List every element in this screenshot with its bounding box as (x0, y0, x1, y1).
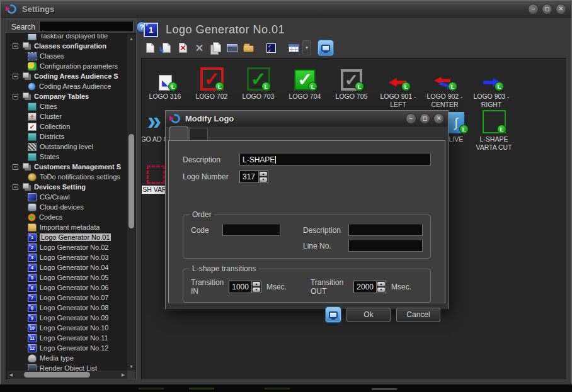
tree-item[interactable]: 1 Logo Generator No.01 (8, 232, 127, 242)
tree-item[interactable]: Classes (8, 51, 127, 61)
dialog-close-icon[interactable]: ✕ (433, 113, 444, 124)
properties-icon[interactable] (224, 40, 240, 55)
tree-item[interactable]: Classes configuration (8, 41, 127, 51)
order-description-field[interactable] (348, 224, 423, 236)
tree-collapse-icon[interactable] (13, 164, 18, 170)
tree-item[interactable]: Cloud-devices (8, 202, 127, 212)
tree-item[interactable]: 8 Logo Generator No.08 (8, 303, 127, 313)
modify-logo-dialog: Modify Logo – ◻ ✕ Description L-SHAPE Lo… (165, 110, 449, 310)
tree-item-icon (28, 203, 37, 211)
logo-item[interactable]: L LOGO 903 - RIGHT (468, 61, 515, 109)
tab[interactable] (189, 128, 208, 140)
spin-down-icon[interactable]: ▼ (260, 177, 267, 182)
tree-item[interactable]: 11 Logo Generator No.11 (8, 333, 127, 343)
tree-item[interactable]: Collection (8, 121, 127, 132)
cut-icon[interactable]: ✕ (192, 40, 207, 55)
tab[interactable] (169, 126, 188, 140)
tree-item[interactable]: Cities (8, 101, 127, 111)
tree-item[interactable]: Devices Setting (8, 182, 127, 192)
spin-up-icon[interactable]: ▲ (260, 172, 267, 176)
tree-item[interactable]: 3 Logo Generator No.03 (8, 252, 127, 262)
spin-up-icon[interactable]: ▲ (253, 282, 260, 286)
dialog-body: Description L-SHAPE Logo Number 317 ▲ ▼ … (168, 140, 445, 303)
import-document-icon[interactable] (159, 40, 174, 55)
tree-collapse-icon[interactable] (13, 43, 18, 49)
line-no-field[interactable] (348, 240, 423, 252)
grid-view-icon[interactable] (286, 40, 302, 55)
checklist-icon[interactable]: ✓✓ (263, 40, 279, 55)
tree-item[interactable]: Coding Areas Audience S (8, 71, 127, 81)
delete-document-icon[interactable] (175, 40, 191, 55)
tree-item[interactable]: 7 Logo Generator No.07 (8, 293, 127, 303)
scroll-right-icon[interactable]: ▶ (119, 371, 127, 379)
preview-monitor-icon[interactable] (318, 40, 333, 55)
logo-item[interactable]: L L-SHAPE VARTA CUT (471, 104, 517, 152)
scroll-down-icon[interactable]: ▼ (127, 362, 135, 371)
tree-item[interactable]: 9 Logo Generator No.09 (8, 313, 127, 323)
tree-item[interactable]: States (8, 152, 127, 162)
ok-button[interactable]: Ok (346, 308, 391, 322)
tree-vertical-scrollbar[interactable]: ▲ ▼ (127, 35, 135, 371)
tree-item[interactable]: CG/Crawl (8, 192, 127, 202)
copy-icon[interactable] (208, 40, 224, 55)
scroll-left-icon[interactable]: ◀ (7, 371, 15, 379)
logo-item[interactable]: ✓ L LOGO 705 (328, 61, 375, 109)
search-input[interactable] (39, 21, 134, 32)
tree-item[interactable]: 5 Logo Generator No.05 (8, 272, 127, 283)
open-folder-icon[interactable] (241, 40, 256, 55)
transition-out-label: Transition OUT (311, 278, 348, 296)
tree-item[interactable]: 2 Logo Generator No.02 (8, 242, 127, 252)
maximize-icon[interactable]: ◻ (542, 4, 552, 14)
tree-collapse-icon[interactable] (13, 184, 18, 190)
code-field[interactable] (222, 224, 280, 236)
tree-item[interactable]: Districts (8, 132, 127, 142)
transition-out-stepper[interactable]: 2000 ▲ ▼ (353, 281, 386, 293)
tree-item[interactable]: 4 Logo Generator No.04 (8, 262, 127, 272)
tree-item[interactable]: Codecs (8, 212, 127, 222)
dialog-preview-monitor-icon[interactable] (326, 307, 341, 322)
description-field[interactable]: L-SHAPE (239, 154, 431, 165)
tree-item-label: Logo Generator No.11 (40, 334, 108, 342)
logo-item[interactable]: L LOGO 902 - CENTER (421, 61, 468, 109)
tree-item[interactable]: Cluster (8, 111, 127, 121)
new-document-icon[interactable] (142, 40, 158, 55)
tree-item[interactable]: 12 Logo Generator No.12 (8, 343, 127, 353)
window-titlebar[interactable]: Settings – ◻ ✕ (1, 1, 571, 18)
horizontal-scroll-thumb[interactable] (24, 372, 90, 378)
transition-in-stepper[interactable]: 1000 ▲ ▼ (229, 281, 261, 293)
grid-dropdown-icon[interactable]: ▼ (302, 40, 311, 55)
logo-item[interactable]: ✓ L LOGO 704 (282, 61, 328, 109)
tree-item[interactable]: 6 Logo Generator No.06 (8, 283, 127, 293)
tree-collapse-icon[interactable] (13, 74, 18, 79)
logo-item[interactable]: ◣ L LOGO 316 (142, 61, 188, 109)
logo-item[interactable]: ✓ L LOGO 702 (188, 61, 235, 109)
dialog-titlebar[interactable]: Modify Logo – ◻ ✕ (166, 111, 448, 126)
logo-item[interactable]: L LOGO 901 - LEFT (375, 61, 421, 109)
tree-item[interactable]: Media type (8, 353, 127, 363)
logo-item[interactable]: ✓ L LOGO 703 (235, 61, 282, 109)
spin-down-icon[interactable]: ▼ (377, 288, 385, 292)
tree-item[interactable]: 10 Logo Generator No.10 (8, 323, 127, 333)
tree-horizontal-scrollbar[interactable]: ◀ ▶ (7, 371, 127, 379)
tree-item-label: Cloud-devices (40, 203, 84, 211)
spin-up-icon[interactable]: ▲ (377, 282, 385, 286)
spin-down-icon[interactable]: ▼ (253, 288, 260, 292)
tree-item[interactable]: Important metadata (8, 222, 127, 232)
dialog-maximize-icon[interactable]: ◻ (420, 113, 430, 124)
cancel-button[interactable]: Cancel (396, 308, 440, 322)
tree-item[interactable]: Customers Management S (8, 162, 127, 172)
tree-item[interactable]: Outstanding level (8, 142, 127, 152)
tree-item[interactable]: Render Object List (8, 363, 127, 371)
tree-item[interactable]: Coding Areas Audience (8, 81, 127, 91)
tree-item[interactable]: Company Tables (8, 91, 127, 101)
scroll-up-icon[interactable]: ▲ (127, 35, 135, 43)
tree-collapse-icon[interactable] (13, 94, 18, 99)
minimize-icon[interactable]: – (528, 4, 539, 14)
logo-number-stepper[interactable]: 317 ▲ ▼ (239, 171, 268, 183)
tree-item[interactable]: Configuration parameters (8, 61, 127, 71)
tree-item[interactable]: Taskbar displayed title (8, 34, 127, 41)
dialog-minimize-icon[interactable]: – (406, 113, 416, 124)
tree-item[interactable]: ToDo notifications settings (8, 172, 127, 182)
close-icon[interactable]: ✕ (556, 4, 566, 14)
vertical-scroll-thumb[interactable] (129, 134, 134, 228)
